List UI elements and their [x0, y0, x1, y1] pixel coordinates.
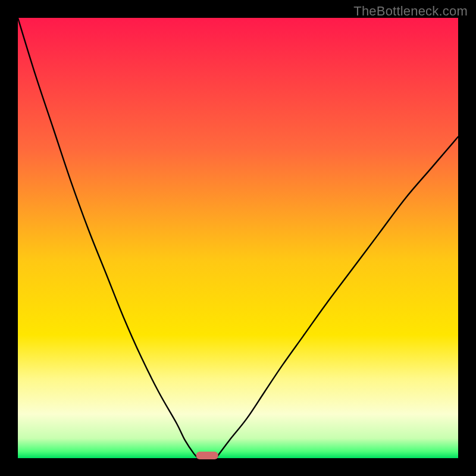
bottleneck-marker — [196, 452, 218, 459]
bottleneck-chart — [0, 0, 476, 476]
chart-stage: TheBottleneck.com — [0, 0, 476, 476]
watermark-text: TheBottleneck.com — [353, 4, 468, 19]
plot-background — [18, 18, 458, 458]
